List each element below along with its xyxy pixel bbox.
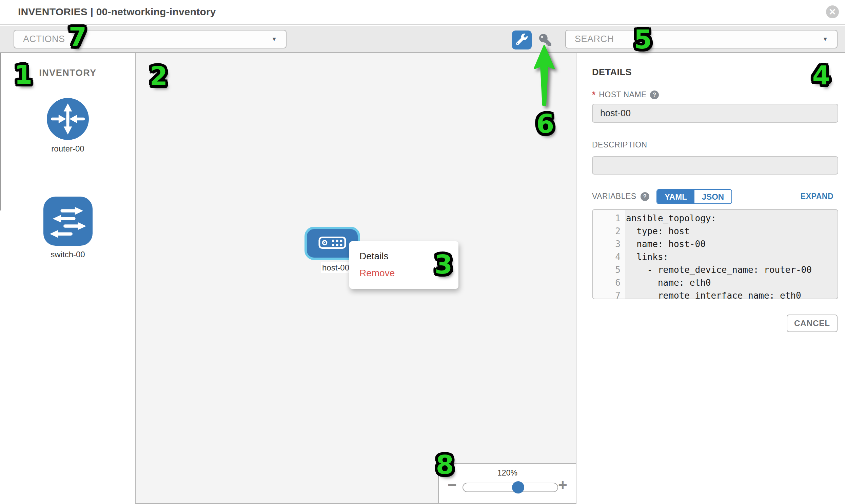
variables-format-toggle: YAML JSON <box>656 189 732 204</box>
toggle-json-button[interactable]: JSON <box>694 190 732 203</box>
sidebar-item-router-00[interactable]: router-00 <box>0 98 136 154</box>
search-dropdown-placeholder: SEARCH <box>575 34 822 44</box>
description-label-row: DESCRIPTION <box>592 140 647 149</box>
topology-canvas[interactable]: host-00 Details Remove 120% − + <box>136 53 577 504</box>
line-text: type: host <box>620 225 690 238</box>
zoom-out-button[interactable]: − <box>447 476 457 494</box>
line-number: 1 <box>593 212 620 225</box>
description-label: DESCRIPTION <box>592 140 647 149</box>
details-panel-title: DETAILS <box>592 67 632 78</box>
host-name-field[interactable] <box>592 104 838 123</box>
line-text: name: host-00 <box>620 238 706 251</box>
expand-link[interactable]: EXPAND <box>800 192 833 201</box>
inventory-sidebar-title: INVENTORY <box>0 68 136 78</box>
zoom-slider-track[interactable] <box>462 483 558 492</box>
page-title: INVENTORIES | 00-networking-inventory <box>18 6 216 18</box>
inventory-topology-app: INVENTORIES | 00-networking-inventory ✕ … <box>0 0 845 504</box>
code-line: 1 ansible_topology: <box>593 212 838 225</box>
line-text: name: eth0 <box>620 276 711 289</box>
wrench-icon <box>516 34 528 47</box>
content-area: INVENTORY router-00 <box>0 53 845 504</box>
router-icon <box>47 98 89 140</box>
sidebar-item-label: router-00 <box>0 144 136 154</box>
search-dropdown[interactable]: SEARCH ▼ <box>565 30 838 49</box>
line-text: ansible_topology: <box>620 212 716 225</box>
details-panel: DETAILS * HOST NAME ? DESCRIPTION VARIAB… <box>577 53 845 504</box>
caret-down-icon: ▼ <box>271 36 277 43</box>
variables-row: VARIABLES ? YAML JSON EXPAND <box>592 189 838 205</box>
context-menu-item-remove[interactable]: Remove <box>359 265 458 282</box>
zoom-control-panel: 120% − + <box>438 463 576 504</box>
code-line: 3 name: host-00 <box>593 238 838 251</box>
key-credentials-button[interactable] <box>539 34 552 48</box>
line-text: links: <box>620 251 668 263</box>
code-line: 6 name: eth0 <box>593 276 838 289</box>
question-circle-icon[interactable]: ? <box>640 192 649 201</box>
context-menu-item-details[interactable]: Details <box>359 248 458 265</box>
code-line: 4 links: <box>593 251 838 263</box>
code-line: 7 remote_interface_name: eth0 <box>593 289 838 299</box>
host-node-label: host-00 <box>321 262 350 273</box>
inventory-sidebar: INVENTORY router-00 <box>0 53 136 504</box>
line-text: remote_interface_name: eth0 <box>620 289 801 299</box>
close-icon[interactable]: ✕ <box>826 5 839 18</box>
line-number: 7 <box>593 289 620 299</box>
required-marker: * <box>592 89 595 100</box>
toolbar: ACTIONS ▼ SEARCH ▼ <box>0 26 845 53</box>
line-number: 2 <box>593 225 620 238</box>
cancel-button[interactable]: CANCEL <box>787 314 838 332</box>
code-lines: 1 ansible_topology: 2 type: host 3 name:… <box>593 212 838 299</box>
line-number: 5 <box>593 263 620 276</box>
configure-topology-button[interactable] <box>512 31 532 50</box>
sidebar-item-switch-00[interactable]: switch-00 <box>0 197 136 259</box>
code-line: 2 type: host <box>593 225 838 238</box>
variables-label: VARIABLES <box>592 192 636 201</box>
page-header: INVENTORIES | 00-networking-inventory ✕ <box>0 0 845 25</box>
zoom-level-label: 120% <box>439 468 576 478</box>
zoom-slider-thumb[interactable] <box>512 481 524 493</box>
question-circle-icon[interactable]: ? <box>650 90 659 99</box>
line-number: 4 <box>593 251 620 263</box>
variables-code-editor[interactable]: 1 ansible_topology: 2 type: host 3 name:… <box>592 209 838 299</box>
node-context-menu: Details Remove <box>349 241 458 289</box>
toggle-yaml-button[interactable]: YAML <box>657 190 694 203</box>
caret-down-icon: ▼ <box>822 36 828 43</box>
zoom-in-button[interactable]: + <box>558 476 567 494</box>
description-field[interactable] <box>592 156 838 175</box>
actions-dropdown-placeholder: ACTIONS <box>23 34 271 44</box>
sidebar-item-label: switch-00 <box>0 250 136 259</box>
actions-dropdown[interactable]: ACTIONS ▼ <box>14 30 286 49</box>
switch-icon <box>43 197 92 246</box>
host-icon <box>318 236 346 251</box>
key-icon <box>539 34 551 48</box>
code-line: 5 - remote_device_name: router-00 <box>593 263 838 276</box>
line-text: - remote_device_name: router-00 <box>620 263 812 276</box>
line-number: 6 <box>593 276 620 289</box>
host-name-label: HOST NAME <box>599 90 647 99</box>
line-number: 3 <box>593 238 620 251</box>
host-name-label-row: * HOST NAME ? <box>592 89 659 100</box>
